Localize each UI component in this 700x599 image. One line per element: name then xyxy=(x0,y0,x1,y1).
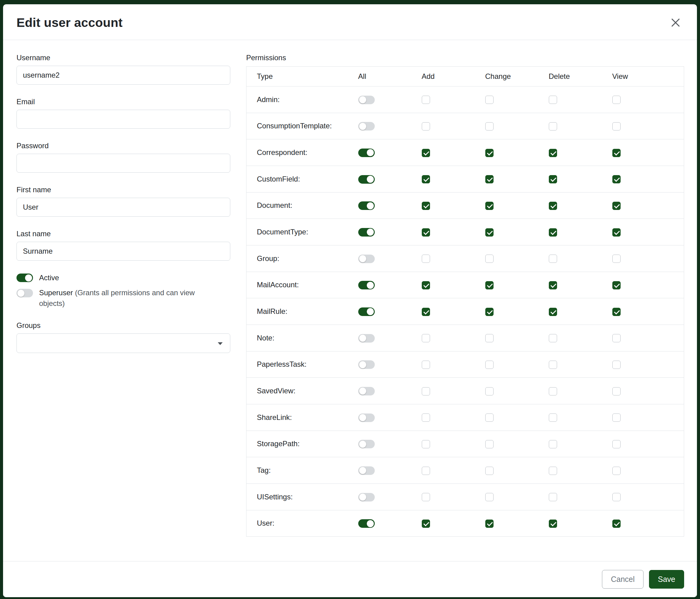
permission-all-toggle[interactable] xyxy=(358,493,375,502)
permission-delete-checkbox[interactable] xyxy=(549,467,557,475)
permission-delete-checkbox[interactable] xyxy=(549,361,557,369)
permission-all-toggle[interactable] xyxy=(358,96,375,104)
permission-delete-checkbox[interactable] xyxy=(549,308,557,316)
permission-change-checkbox[interactable] xyxy=(485,202,494,210)
permission-view-checkbox[interactable] xyxy=(612,255,621,263)
permission-delete-checkbox[interactable] xyxy=(549,387,557,396)
permission-add-checkbox[interactable] xyxy=(422,228,430,237)
close-icon[interactable] xyxy=(668,15,683,30)
permission-all-toggle[interactable] xyxy=(358,175,375,184)
permission-all-toggle[interactable] xyxy=(358,440,375,448)
username-input[interactable] xyxy=(17,66,230,85)
permission-all-toggle[interactable] xyxy=(358,201,375,210)
permission-change-checkbox[interactable] xyxy=(485,281,494,289)
permission-change-checkbox[interactable] xyxy=(485,493,494,501)
permission-delete-checkbox[interactable] xyxy=(549,96,557,104)
permission-delete-checkbox[interactable] xyxy=(549,122,557,130)
permission-change-checkbox[interactable] xyxy=(485,413,494,422)
permission-change-checkbox[interactable] xyxy=(485,122,494,130)
cancel-button[interactable]: Cancel xyxy=(602,570,644,589)
permission-all-toggle[interactable] xyxy=(358,228,375,237)
permission-view-checkbox[interactable] xyxy=(612,413,621,422)
superuser-toggle[interactable] xyxy=(17,289,33,297)
permission-delete-checkbox[interactable] xyxy=(549,228,557,237)
permission-delete-checkbox[interactable] xyxy=(549,493,557,501)
permission-view-checkbox[interactable] xyxy=(612,361,621,369)
permission-all-toggle[interactable] xyxy=(358,334,375,342)
permission-add-checkbox[interactable] xyxy=(422,149,430,157)
permission-all-toggle[interactable] xyxy=(358,122,375,130)
permission-add-checkbox[interactable] xyxy=(422,413,430,422)
permission-view-checkbox[interactable] xyxy=(612,334,621,342)
permission-view-checkbox[interactable] xyxy=(612,281,621,289)
permission-delete-checkbox[interactable] xyxy=(549,520,557,528)
permission-row: Correspondent: xyxy=(247,139,684,166)
permission-add-checkbox[interactable] xyxy=(422,175,430,183)
permission-add-checkbox[interactable] xyxy=(422,361,430,369)
permission-change-checkbox[interactable] xyxy=(485,361,494,369)
last-name-field[interactable] xyxy=(17,242,230,261)
groups-select[interactable] xyxy=(17,333,230,353)
permission-change-checkbox[interactable] xyxy=(485,520,494,528)
modal-title: Edit user account xyxy=(17,16,123,30)
permission-change-checkbox[interactable] xyxy=(485,467,494,475)
permission-all-toggle[interactable] xyxy=(358,255,375,263)
permission-delete-checkbox[interactable] xyxy=(549,334,557,342)
permission-change-checkbox[interactable] xyxy=(485,255,494,263)
permission-change-checkbox[interactable] xyxy=(485,228,494,237)
permission-view-checkbox[interactable] xyxy=(612,96,621,104)
password-field[interactable] xyxy=(17,154,230,173)
permission-add-checkbox[interactable] xyxy=(422,467,430,475)
permission-view-checkbox[interactable] xyxy=(612,440,621,448)
permission-add-checkbox[interactable] xyxy=(422,334,430,342)
permission-view-checkbox[interactable] xyxy=(612,175,621,183)
permission-change-checkbox[interactable] xyxy=(485,387,494,396)
permission-view-checkbox[interactable] xyxy=(612,387,621,396)
permission-add-checkbox[interactable] xyxy=(422,387,430,396)
permission-add-checkbox[interactable] xyxy=(422,520,430,528)
permission-add-checkbox[interactable] xyxy=(422,96,430,104)
active-toggle[interactable] xyxy=(17,273,33,282)
permission-delete-checkbox[interactable] xyxy=(549,440,557,448)
permission-view-checkbox[interactable] xyxy=(612,467,621,475)
permission-all-toggle[interactable] xyxy=(358,360,375,369)
permission-add-checkbox[interactable] xyxy=(422,255,430,263)
permission-all-toggle[interactable] xyxy=(358,519,375,528)
permission-add-checkbox[interactable] xyxy=(422,308,430,316)
permission-add-checkbox[interactable] xyxy=(422,122,430,130)
permission-delete-checkbox[interactable] xyxy=(549,202,557,210)
permission-all-toggle[interactable] xyxy=(358,148,375,157)
permission-delete-checkbox[interactable] xyxy=(549,149,557,157)
email-field[interactable] xyxy=(17,110,230,129)
permission-delete-checkbox[interactable] xyxy=(549,413,557,422)
permission-delete-checkbox[interactable] xyxy=(549,281,557,289)
permission-change-checkbox[interactable] xyxy=(485,149,494,157)
permission-all-toggle[interactable] xyxy=(358,387,375,396)
permission-all-toggle[interactable] xyxy=(358,281,375,289)
permission-all-toggle[interactable] xyxy=(358,413,375,422)
permission-change-checkbox[interactable] xyxy=(485,308,494,316)
superuser-row: Superuser (Grants all permissions and ca… xyxy=(17,288,230,309)
permission-delete-checkbox[interactable] xyxy=(549,255,557,263)
save-button[interactable]: Save xyxy=(649,570,684,589)
permission-add-checkbox[interactable] xyxy=(422,202,430,210)
permission-all-toggle[interactable] xyxy=(358,466,375,475)
permission-change-checkbox[interactable] xyxy=(485,334,494,342)
permission-view-checkbox[interactable] xyxy=(612,520,621,528)
permission-view-checkbox[interactable] xyxy=(612,202,621,210)
first-name-field[interactable] xyxy=(17,198,230,217)
permission-add-checkbox[interactable] xyxy=(422,440,430,448)
permission-view-checkbox[interactable] xyxy=(612,149,621,157)
permission-view-checkbox[interactable] xyxy=(612,493,621,501)
permission-change-checkbox[interactable] xyxy=(485,96,494,104)
permission-change-checkbox[interactable] xyxy=(485,440,494,448)
permission-all-toggle[interactable] xyxy=(358,308,375,316)
permission-add-checkbox[interactable] xyxy=(422,281,430,289)
permission-change-checkbox[interactable] xyxy=(485,175,494,183)
toggle-knob xyxy=(359,387,366,394)
permission-view-checkbox[interactable] xyxy=(612,228,621,237)
permission-view-checkbox[interactable] xyxy=(612,122,621,130)
permission-view-checkbox[interactable] xyxy=(612,308,621,316)
permission-add-checkbox[interactable] xyxy=(422,493,430,501)
permission-delete-checkbox[interactable] xyxy=(549,175,557,183)
